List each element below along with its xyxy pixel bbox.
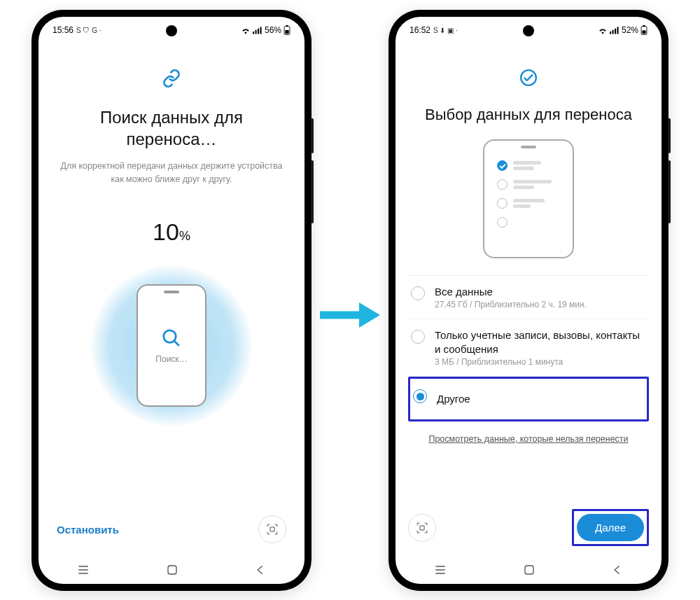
status-battery-text: 56% [265,25,281,35]
nav-home-icon[interactable] [166,564,178,576]
wifi-icon [241,27,251,34]
svg-rect-9 [168,566,176,574]
check-circle-icon [408,69,649,90]
nav-back-icon[interactable] [254,564,267,576]
option-all-data[interactable]: Все данные 27,45 Гб / Приблизительно 2 ч… [408,275,649,320]
option-subtitle: 3 МБ / Приблизительно 1 минута [435,357,646,367]
scan-qr-button[interactable] [408,514,436,542]
status-time: 16:52 [410,25,430,35]
phone-mockup-right: 16:52 S ⬇ ▣ · 52% Выбор данных для перен… [388,10,668,591]
option-subtitle: 27,45 Гб / Приблизительно 2 ч. 19 мин. [435,300,646,309]
svg-marker-11 [359,302,380,328]
option-other[interactable]: Другое [408,377,649,421]
stop-button[interactable]: Остановить [57,524,119,536]
battery-icon [640,25,648,35]
progress-percentage: 10% [57,218,286,246]
radio-checked-icon [413,389,427,403]
signal-icon [253,27,262,34]
page-title: Поиск данных для переноса… [57,106,286,150]
phone-side-button [311,160,314,223]
signal-icon [610,27,620,34]
qr-scan-icon [416,522,428,534]
option-title: Только учетные записи, вызовы, контакты … [435,328,646,356]
status-notification-icons: S ⛉ G · [76,27,102,34]
next-button[interactable]: Далее [577,514,644,541]
progress-value: 10 [153,218,179,245]
link-icon [57,69,286,91]
nav-back-icon[interactable] [611,564,624,576]
nav-recent-icon[interactable] [433,563,447,577]
progress-unit: % [179,229,190,243]
page-title: Выбор данных для переноса [408,105,649,125]
android-navbar [38,556,304,584]
selection-illustration [483,139,574,258]
radio-unchecked-icon [411,330,425,344]
phone-side-button [311,118,314,153]
page-subtitle: Для корректной передачи данных держите у… [57,160,286,186]
radio-unchecked-icon [411,286,425,300]
search-animation: Поиск… [91,265,252,426]
status-battery-text: 52% [622,25,638,35]
option-title: Все данные [435,285,646,299]
option-title: Другое [437,388,644,410]
phone-side-button [668,160,671,223]
view-untransferable-link[interactable]: Просмотреть данные, которые нельзя перен… [408,434,649,444]
svg-line-4 [174,341,178,345]
camera-cutout [166,25,177,36]
status-time: 15:56 [52,25,74,35]
option-accounts-only[interactable]: Только учетные записи, вызовы, контакты … [408,319,649,377]
svg-rect-5 [270,527,274,531]
search-label: Поиск… [155,354,187,364]
nav-home-icon[interactable] [523,564,536,576]
status-notification-icons: S ⬇ ▣ · [433,27,458,34]
phone-mockup-left: 15:56 S ⛉ G · 56% Поиск данных для перен… [31,10,312,591]
transfer-options: Все данные 27,45 Гб / Приблизительно 2 ч… [408,275,649,421]
magnifier-icon [161,328,182,349]
svg-rect-20 [525,566,533,574]
svg-rect-2 [285,30,288,34]
scan-qr-button[interactable] [258,515,286,543]
next-button-highlight: Далее [572,509,649,546]
svg-rect-14 [642,30,645,34]
svg-rect-16 [420,526,424,530]
nav-recent-icon[interactable] [76,563,90,577]
flow-arrow-icon [318,301,382,329]
camera-cutout [523,25,534,36]
qr-scan-icon [266,523,279,536]
phone-side-button [668,118,671,153]
wifi-icon [598,27,608,34]
battery-icon [284,25,290,35]
android-navbar [396,556,662,584]
